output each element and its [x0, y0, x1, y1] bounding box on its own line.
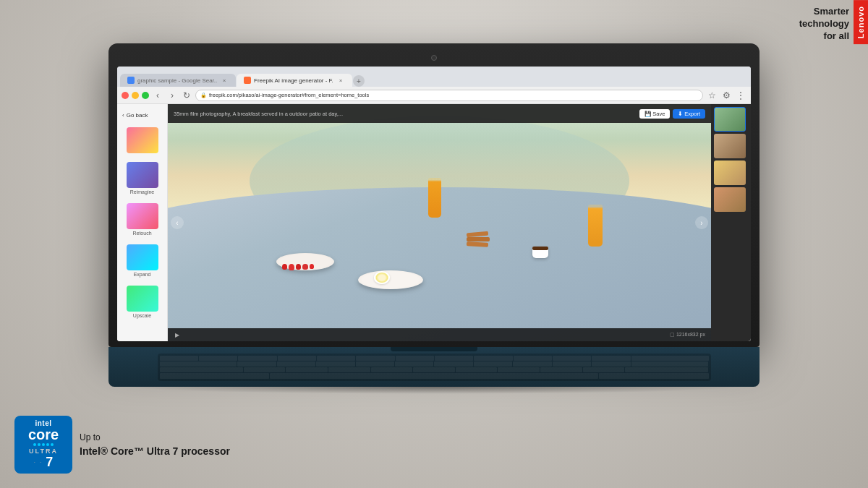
freepik-favicon: [244, 77, 251, 84]
export-button[interactable]: ⬇ Export: [673, 109, 705, 119]
key: [583, 367, 625, 372]
back-arrow-icon: ‹: [122, 112, 124, 119]
key: [631, 361, 709, 367]
tool-expand-thumb: [127, 244, 158, 270]
key: [553, 356, 591, 361]
freepik-sidebar: ‹ Go back Reimagine Retouch: [117, 104, 168, 341]
thumbnail-3[interactable]: [714, 160, 746, 185]
browser-tab-google[interactable]: graphic sample - Google Sear... ×: [120, 74, 236, 87]
oj-glass-1: [428, 178, 441, 218]
key: [328, 367, 370, 372]
key: [514, 356, 552, 361]
tool-expand[interactable]: Expand: [120, 242, 164, 279]
key: [631, 356, 709, 361]
laptop: graphic sample - Google Sear... × Freepi…: [109, 43, 760, 394]
lenovo-brand: Smarter technology for all Lenovo: [799, 0, 868, 48]
key: [286, 367, 328, 372]
key: [160, 373, 269, 378]
key: [238, 356, 276, 361]
browser-tabs: graphic sample - Google Sear... × Freepi…: [117, 67, 751, 87]
lenovo-logo: Lenovo: [854, 0, 868, 44]
key: [371, 367, 413, 372]
key: [277, 361, 315, 367]
breakfast-scene: [168, 104, 711, 341]
intel-dots: [33, 443, 54, 446]
prev-image-button[interactable]: ‹: [171, 216, 184, 229]
thumbnail-2[interactable]: [714, 134, 746, 158]
key: [278, 356, 316, 361]
lenovo-tagline: Smarter technology for all: [799, 0, 854, 48]
key: [160, 367, 243, 372]
bookmark-button[interactable]: ☆: [706, 90, 718, 101]
key: [474, 356, 512, 361]
browser-screen: graphic sample - Google Sear... × Freepi…: [117, 67, 751, 341]
key: [435, 356, 473, 361]
freepik-main-viewer: 35mm film photography, A breakfast serve…: [168, 104, 711, 341]
key: [599, 373, 708, 378]
address-bar[interactable]: 🔒 freepik.com/pikaso/ai-image-generator#…: [195, 90, 703, 101]
key: [316, 361, 354, 367]
space-key: [270, 373, 598, 378]
oj-glass-2: [588, 205, 603, 247]
action-buttons: 💾 Save ⬇ Export: [639, 109, 705, 119]
browser-tab-freepik[interactable]: Freepik AI image generator - F... ×: [237, 74, 352, 87]
webcam: [431, 55, 437, 61]
tool-upscale[interactable]: Upscale: [120, 283, 164, 320]
tool-upscale-thumb: [127, 286, 158, 312]
window-close-button[interactable]: [122, 92, 129, 99]
intel-caption: Up to Intel® Core™ Ultra 7 processor: [80, 431, 230, 459]
freepik-app: ‹ Go back Reimagine Retouch: [117, 104, 751, 341]
key: [395, 361, 433, 367]
next-image-button[interactable]: ›: [695, 216, 708, 229]
laptop-hinge: [391, 347, 477, 351]
intel-logo: intel core ULTRA · · 7: [14, 416, 72, 474]
save-button[interactable]: 💾 Save: [639, 109, 670, 119]
key: [413, 367, 455, 372]
window-maximize-button[interactable]: [142, 92, 149, 99]
download-icon: ⬇: [678, 111, 683, 117]
freepik-thumbnails: [711, 104, 751, 341]
tool-reimagine-thumb: [127, 162, 158, 188]
extensions-button[interactable]: ⚙: [720, 90, 732, 101]
key: [592, 361, 630, 367]
laptop-keyboard-base: [109, 347, 760, 387]
tab-close-freepik[interactable]: ×: [336, 76, 345, 85]
key: [592, 356, 630, 361]
key: [540, 367, 582, 372]
key: [456, 367, 498, 372]
key: [160, 361, 237, 367]
back-to-editor-button[interactable]: ‹ Go back: [120, 110, 164, 121]
key: [199, 356, 237, 361]
thumbnail-4[interactable]: [714, 187, 746, 212]
menu-button[interactable]: ⋮: [735, 90, 746, 101]
play-button[interactable]: ▶: [174, 331, 181, 338]
strawberries: [282, 264, 314, 270]
thumbnail-1[interactable]: [714, 107, 746, 132]
key: [356, 361, 394, 367]
key: [474, 361, 512, 367]
key: [396, 356, 434, 361]
browser-controls: ‹ › ↻ 🔒 freepik.com/pikaso/ai-image-gene…: [117, 87, 751, 104]
generated-image: [168, 104, 711, 341]
tool-retouch[interactable]: Retouch: [120, 201, 164, 238]
new-tab-button[interactable]: +: [353, 75, 365, 87]
refresh-button[interactable]: ↻: [181, 90, 192, 101]
coffee-cup: [532, 247, 548, 258]
tab-close-google[interactable]: ×: [220, 76, 229, 85]
key: [513, 361, 551, 367]
laptop-camera-bar: [117, 52, 751, 64]
forward-button[interactable]: ›: [166, 90, 178, 101]
key: [317, 356, 355, 361]
freepik-top-bar: 35mm film photography, A breakfast serve…: [168, 104, 711, 123]
intel-badge: intel core ULTRA · · 7 Up to Intel® Core…: [14, 416, 230, 474]
tool-original-thumb: [127, 127, 158, 153]
tool-reimagine[interactable]: Reimagine: [120, 160, 164, 197]
save-icon: 💾: [644, 111, 651, 117]
google-favicon: [127, 77, 135, 84]
window-minimize-button[interactable]: [132, 92, 139, 99]
key: [553, 361, 591, 367]
back-button[interactable]: ‹: [152, 90, 163, 101]
plate-2: [358, 270, 423, 289]
tool-original[interactable]: [120, 125, 164, 155]
key: [237, 361, 276, 367]
